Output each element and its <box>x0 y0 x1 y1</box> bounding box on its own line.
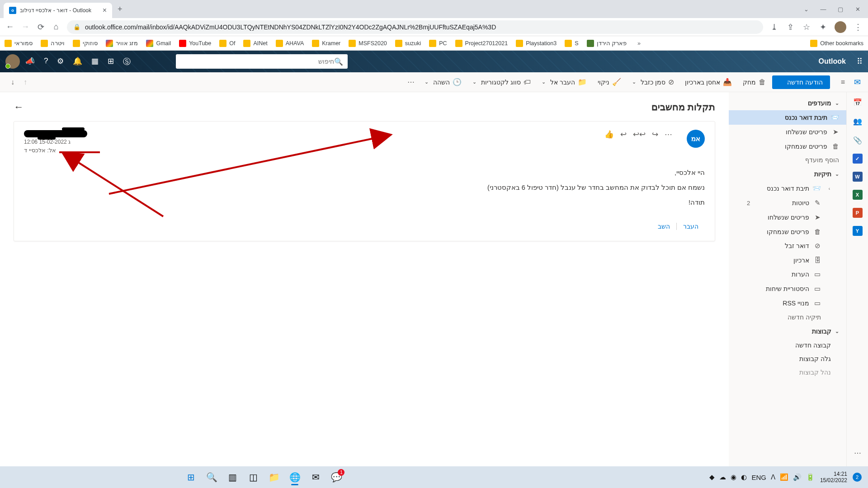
search-icon[interactable]: 🔍 <box>334 57 343 66</box>
folder-deleted-tree[interactable]: 🗑פריטים שנמחקו <box>729 225 846 239</box>
onedrive-icon[interactable]: ☁ <box>719 473 726 481</box>
like-icon[interactable]: 👍 <box>604 130 614 139</box>
folder-notes[interactable]: ▭הערות <box>729 267 846 282</box>
bookmarks-overflow-icon[interactable]: » <box>637 40 641 47</box>
chrome-taskbar-icon[interactable]: 🌐 <box>286 468 304 486</box>
other-bookmarks[interactable]: Other bookmarks <box>810 40 863 47</box>
close-tab-icon[interactable]: × <box>103 6 107 14</box>
next-item-icon[interactable]: ↓ <box>7 76 18 88</box>
share-icon[interactable]: ⇪ <box>786 22 795 32</box>
more-actions-icon[interactable]: ⋯ <box>404 76 418 88</box>
folder-deleted[interactable]: 🗑פריטים שנמחקו <box>729 139 846 153</box>
ribbon-menu-icon[interactable]: ≡ <box>837 76 849 88</box>
bookmark-item[interactable]: סמוראי <box>5 40 33 47</box>
sender-avatar[interactable]: אמ <box>687 130 705 148</box>
folder-sent-tree[interactable]: ➤פריטים שנשלחו <box>729 210 846 225</box>
extensions-icon[interactable]: ✦ <box>818 22 827 32</box>
word-app-icon[interactable]: W <box>853 172 863 182</box>
user-avatar[interactable] <box>5 54 20 69</box>
skype-icon[interactable]: Ⓢ <box>123 56 131 67</box>
folder-sent[interactable]: ➤פריטים שנשלחו <box>729 125 846 139</box>
system-tray[interactable]: ◆ ☁ ◉ ◐ ENG ᐱ 📶 🔊 🔋 <box>709 473 815 481</box>
bookmark-item[interactable]: S <box>565 40 578 47</box>
add-favorite-link[interactable]: הוסף מועדף <box>729 153 846 167</box>
bookmark-item[interactable]: MSFS2020 <box>349 40 387 47</box>
new-folder-link[interactable]: תיקיה חדשה <box>729 310 846 324</box>
new-group-link[interactable]: קבוצה חדשה <box>729 338 846 352</box>
bookmark-item[interactable]: Project27012021 <box>455 40 508 47</box>
new-message-button[interactable]: הודעה חדשה <box>772 75 830 89</box>
close-window-icon[interactable]: ✕ <box>854 6 861 13</box>
chevron-down-icon[interactable]: ⌄ <box>803 6 809 13</box>
groups-section[interactable]: ⌄קבוצות <box>729 324 846 338</box>
teams-icon[interactable]: ⊞ <box>108 56 114 67</box>
outlook-taskbar-icon[interactable]: ✉ <box>307 468 325 486</box>
help-icon[interactable]: ? <box>44 56 48 67</box>
folder-rss[interactable]: ▭מנויי RSS <box>729 296 846 310</box>
whatsapp-taskbar-icon[interactable]: 💬1 <box>327 468 345 486</box>
attachments-icon[interactable]: 📎 <box>852 135 863 145</box>
reply-button[interactable]: השב <box>651 220 676 233</box>
install-app-icon[interactable]: ⤓ <box>769 22 778 32</box>
language-indicator[interactable]: ENG <box>751 474 766 481</box>
move-to-button[interactable]: 📁העבר אל⌄ <box>537 75 591 89</box>
settings-icon[interactable]: ⚙ <box>57 56 64 67</box>
start-button[interactable]: ⊞ <box>182 468 200 486</box>
task-view-icon[interactable]: ▥ <box>223 468 241 486</box>
yammer-app-icon[interactable]: Y <box>853 226 863 236</box>
back-icon[interactable]: ← <box>5 22 14 32</box>
categorize-button[interactable]: 🏷סווג לקטגוריות⌄ <box>468 75 535 89</box>
bookmark-item[interactable]: Kramer <box>312 40 340 47</box>
bookmark-item[interactable]: YouTube <box>179 40 211 47</box>
people-icon[interactable]: 👥 <box>852 116 863 127</box>
archive-button[interactable]: 📥אחסן בארכיון <box>680 75 736 89</box>
taskbar-search-icon[interactable]: 🔍 <box>203 468 221 486</box>
chevron-up-icon[interactable]: ᐱ <box>771 473 775 481</box>
bookmark-item[interactable]: ויטרה <box>41 40 65 47</box>
address-bar[interactable]: 🔒 outlook.office.com/mail/inbox/id/AAQkA… <box>67 20 763 34</box>
calendar-day-icon[interactable]: 📅 <box>852 97 863 108</box>
search-input[interactable] <box>180 58 334 65</box>
forward-icon[interactable]: → <box>21 22 30 32</box>
reply-all-icon[interactable]: ↩↩ <box>633 130 646 139</box>
chrome-menu-icon[interactable]: ⋮ <box>854 22 863 32</box>
folder-conversation-history[interactable]: ▭היסטוריית שיחות <box>729 282 846 296</box>
favorites-section[interactable]: ⌄מועדפים <box>729 96 846 110</box>
widgets-icon[interactable]: ◫ <box>244 468 262 486</box>
discover-groups-link[interactable]: גלה קבוצות <box>729 352 846 366</box>
folders-section[interactable]: ⌄תיקיות <box>729 167 846 181</box>
wifi-icon[interactable]: 📶 <box>780 473 788 481</box>
profile-avatar[interactable] <box>835 21 846 33</box>
volume-icon[interactable]: 🔊 <box>793 473 802 481</box>
bookmark-item[interactable]: Gmail <box>146 40 171 47</box>
bookmark-item[interactable]: AHAVA <box>276 40 304 47</box>
battery-icon[interactable]: 🔋 <box>806 473 815 481</box>
tray-app-icon[interactable]: ◐ <box>741 473 747 481</box>
folder-inbox-tree[interactable]: ›📨תיבת דואר נכנס <box>729 181 846 196</box>
folder-drafts[interactable]: ✎טיוטות2 <box>729 196 846 210</box>
folder-junk[interactable]: ⊘דואר זבל <box>729 239 846 253</box>
snooze-button[interactable]: 🕒השהה⌄ <box>420 75 466 89</box>
powerpoint-app-icon[interactable]: P <box>853 208 863 218</box>
manage-groups-link[interactable]: נהל קבוצות <box>729 366 846 379</box>
meet-now-icon[interactable]: ▦ <box>91 56 99 67</box>
reply-icon[interactable]: ↩ <box>620 130 627 139</box>
maximize-icon[interactable]: ▢ <box>837 6 844 13</box>
mail-icon[interactable]: ✉ <box>854 77 861 87</box>
bookmark-item[interactable]: פארק הירדן <box>587 40 627 47</box>
junk-button[interactable]: ⊘סמן כזבל⌄ <box>627 75 679 89</box>
bookmark-item[interactable]: suzuki <box>395 40 421 47</box>
bookmark-item[interactable]: Playstation3 <box>516 40 557 47</box>
excel-app-icon[interactable]: X <box>853 190 863 200</box>
file-explorer-icon[interactable]: 📁 <box>265 468 283 486</box>
browser-tab[interactable]: o דואר - אלכסיי דנילוב - Outlook × <box>4 3 112 18</box>
bookmark-star-icon[interactable]: ☆ <box>802 22 811 32</box>
tray-app-icon[interactable]: ◉ <box>731 473 736 481</box>
notification-count[interactable]: 2 <box>853 473 862 482</box>
taskbar-clock[interactable]: 14:21 15/02/2022 <box>820 471 847 484</box>
todo-app-icon[interactable]: ✓ <box>853 154 863 164</box>
delete-button[interactable]: 🗑מחק <box>738 75 770 89</box>
bookmark-item[interactable]: AINet <box>243 40 267 47</box>
folder-archive[interactable]: 🗄ארכיון <box>729 253 846 267</box>
sweep-button[interactable]: 🧹ניקוי <box>593 75 626 89</box>
